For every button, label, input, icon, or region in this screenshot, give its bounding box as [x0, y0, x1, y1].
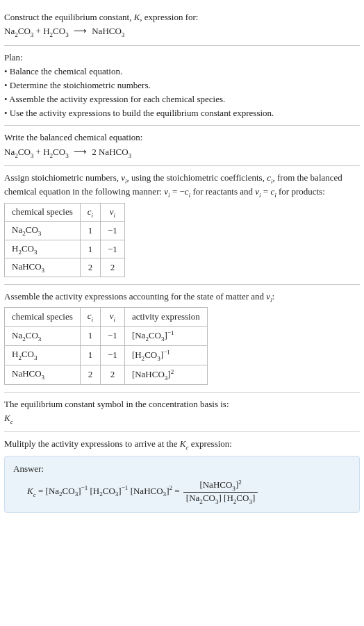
cell-species: H2CO3 [5, 345, 81, 365]
col-ci: ci [80, 203, 100, 222]
plan-bullet-3: • Assemble the activity expression for e… [4, 93, 360, 106]
answer-box: Answer: Kc = [Na2CO3]−1 [H2CO3]−1 [NaHCO… [4, 456, 360, 513]
plan-bullet-4: • Use the activity expressions to build … [4, 107, 360, 120]
cell-ci: 1 [80, 222, 100, 240]
cell-expr: [Na2CO3]−1 [124, 326, 207, 345]
header-section: Construct the equilibrium constant, K, e… [4, 6, 360, 46]
activity-table: chemical species ci νi activity expressi… [4, 307, 208, 384]
balanced-section: Write the balanced chemical equation: Na… [4, 126, 360, 166]
activity-intro: Assemble the activity expressions accoun… [4, 290, 360, 304]
table-header-row: chemical species ci νi [5, 203, 125, 222]
answer-label: Answer: [13, 463, 351, 475]
kc-symbol-line: The equilibrium constant symbol in the c… [4, 398, 360, 411]
multiply-text: Mulitply the activity expressions to arr… [4, 438, 360, 452]
cell-vi: −1 [101, 222, 125, 240]
cell-ci: 2 [80, 258, 100, 277]
plan-bullet-2: • Determine the stoichiometric numbers. [4, 79, 360, 92]
cell-ci: 1 [80, 240, 100, 258]
kc-symbol-section: The equilibrium constant symbol in the c… [4, 393, 360, 433]
stoich-section: Assign stoichiometric numbers, νi, using… [4, 166, 360, 285]
multiply-section: Mulitply the activity expressions to arr… [4, 432, 360, 521]
prompt-line-1: Construct the equilibrium constant, K, e… [4, 11, 360, 24]
activity-section: Assemble the activity expressions accoun… [4, 285, 360, 393]
col-ci: ci [80, 308, 100, 327]
col-vi: νi [101, 203, 125, 222]
answer-formula: Kc = [Na2CO3]−1 [H2CO3]−1 [NaHCO3]2 = [N… [13, 479, 351, 505]
stoich-intro: Assign stoichiometric numbers, νi, using… [4, 172, 360, 200]
cell-vi: −1 [101, 345, 125, 365]
cell-ci: 1 [80, 326, 100, 345]
cell-species: H2CO3 [5, 240, 81, 258]
plan-bullet-1: • Balance the chemical equation. [4, 65, 360, 78]
balanced-equation: Na2CO3 + H2CO3 ⟶ 2 NaHCO3 [4, 146, 360, 160]
unbalanced-equation: Na2CO3 + H2CO3 ⟶ NaHCO3 [4, 25, 360, 39]
table-row: H2CO3 1 −1 [5, 240, 125, 258]
cell-expr: [H2CO3]−1 [124, 345, 207, 365]
col-species: chemical species [5, 308, 81, 327]
cell-vi: 2 [101, 258, 125, 277]
plan-title: Plan: [4, 51, 360, 64]
table-header-row: chemical species ci νi activity expressi… [5, 308, 208, 327]
table-row: Na2CO3 1 −1 [5, 222, 125, 240]
table-row: NaHCO3 2 2 [5, 258, 125, 277]
table-row: Na2CO3 1 −1 [Na2CO3]−1 [5, 326, 208, 345]
cell-ci: 2 [80, 365, 100, 384]
col-vi: νi [101, 308, 125, 327]
kc-symbol: Kc [4, 412, 360, 426]
plan-section: Plan: • Balance the chemical equation. •… [4, 46, 360, 126]
col-expr: activity expression [124, 308, 207, 327]
table-row: H2CO3 1 −1 [H2CO3]−1 [5, 345, 208, 365]
cell-species: Na2CO3 [5, 222, 81, 240]
cell-species: NaHCO3 [5, 258, 81, 277]
cell-vi: −1 [101, 240, 125, 258]
table-row: NaHCO3 2 2 [NaHCO3]2 [5, 365, 208, 384]
cell-ci: 1 [80, 345, 100, 365]
cell-species: NaHCO3 [5, 365, 81, 384]
cell-vi: 2 [101, 365, 125, 384]
balanced-title: Write the balanced chemical equation: [4, 131, 360, 144]
cell-expr: [NaHCO3]2 [124, 365, 207, 384]
col-species: chemical species [5, 203, 81, 222]
stoich-table: chemical species ci νi Na2CO3 1 −1 H2CO3… [4, 203, 125, 277]
cell-species: Na2CO3 [5, 326, 81, 345]
cell-vi: −1 [101, 326, 125, 345]
